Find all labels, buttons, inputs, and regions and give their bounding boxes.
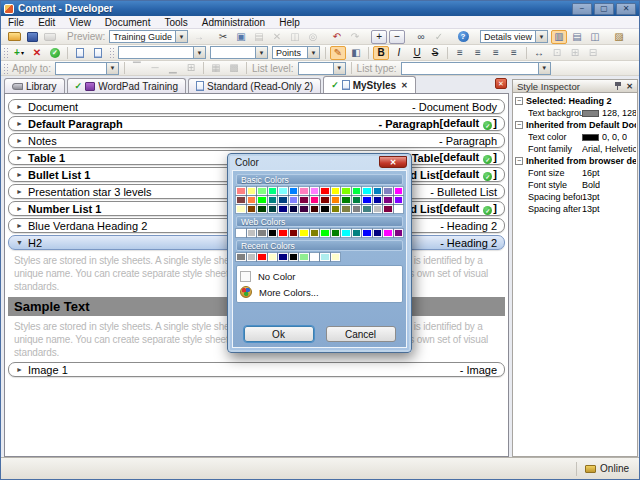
table-grid-button[interactable]: ▦ [208, 61, 224, 75]
toolbar-grip[interactable] [3, 47, 8, 58]
zoom-in-button[interactable]: + [371, 30, 387, 44]
color-swatch[interactable] [278, 205, 288, 213]
cancel-button[interactable]: Cancel [326, 326, 396, 342]
color-swatch[interactable] [331, 187, 341, 195]
expand-arrow-icon[interactable]: ► [16, 188, 28, 195]
color-swatch[interactable] [362, 205, 372, 213]
style-row-image-1[interactable]: ►Image 1- Image [8, 362, 505, 377]
color-swatch[interactable] [289, 253, 299, 261]
color-swatch[interactable] [320, 253, 330, 261]
color-swatch[interactable] [247, 253, 257, 261]
expand-arrow-icon[interactable]: ► [16, 171, 28, 178]
properties-button[interactable]: ▨ [611, 30, 627, 44]
color-swatch[interactable] [278, 229, 288, 237]
chevron-down-icon[interactable]: ▼ [193, 47, 205, 58]
font-size-combo[interactable]: ▼ [210, 46, 268, 59]
color-swatch[interactable] [394, 229, 404, 237]
color-swatch[interactable] [257, 253, 267, 261]
color-swatch[interactable] [268, 196, 278, 204]
color-swatch[interactable] [268, 205, 278, 213]
expand-arrow-icon[interactable]: ► [16, 205, 28, 212]
delete-button[interactable]: ✕ [269, 30, 285, 44]
color-swatch[interactable] [373, 205, 383, 213]
link-button[interactable]: ◫ [287, 30, 303, 44]
color-swatch[interactable] [236, 253, 246, 261]
collapse-arrow-icon[interactable]: ▼ [16, 239, 28, 246]
color-swatch[interactable] [257, 196, 267, 204]
tab-standard-read-only-2-[interactable]: Standard (Read-Only 2) [188, 78, 321, 93]
style-row-notes[interactable]: ►Notes- Paragraph [8, 133, 505, 148]
tab-library[interactable]: Library [4, 78, 65, 93]
collapse-box-icon[interactable]: − [515, 121, 523, 129]
border-button[interactable]: ⊟ [585, 46, 601, 60]
char-spacing-button[interactable]: ↔ [531, 46, 547, 60]
find-button[interactable]: ∞ [413, 30, 429, 44]
color-swatch[interactable] [278, 253, 288, 261]
color-swatch[interactable] [320, 229, 330, 237]
print-button[interactable] [42, 30, 58, 44]
close-panel-icon[interactable]: ✕ [626, 82, 633, 91]
details-view-button[interactable]: ▥ [551, 30, 567, 44]
color-swatch[interactable] [331, 229, 341, 237]
chevron-down-icon[interactable]: ▼ [106, 63, 118, 74]
color-swatch[interactable] [236, 205, 246, 213]
color-swatch[interactable] [299, 187, 309, 195]
new-style-button[interactable] [72, 46, 88, 60]
color-swatch[interactable] [289, 196, 299, 204]
color-swatch[interactable] [268, 229, 278, 237]
dialog-close-button[interactable]: ✕ [379, 156, 407, 168]
color-swatch[interactable] [341, 229, 351, 237]
spellcheck-button[interactable]: ✓ [431, 30, 447, 44]
open-button[interactable] [6, 30, 22, 44]
margin-button[interactable]: ⊞ [567, 46, 583, 60]
preview-combo[interactable]: Training Guide▼ [109, 30, 188, 43]
undo-button[interactable]: ↶ [329, 30, 345, 44]
close-button[interactable]: ✕ [616, 3, 636, 15]
split-view-button[interactable]: ▤ [569, 30, 585, 44]
chevron-down-icon[interactable]: ▼ [255, 47, 267, 58]
strikethrough-button[interactable]: S [427, 46, 443, 60]
menu-tools[interactable]: Tools [157, 16, 194, 28]
list-type-combo[interactable]: ▼ [401, 62, 551, 75]
color-swatch[interactable] [394, 187, 404, 195]
valign-bottom-button[interactable]: ▁ [165, 61, 181, 75]
color-swatch[interactable] [362, 196, 372, 204]
color-swatch[interactable] [299, 253, 309, 261]
more-colors-option[interactable]: More Colors... [240, 284, 399, 300]
padding-button[interactable]: ⊡ [549, 46, 565, 60]
color-swatch[interactable] [320, 205, 330, 213]
side-by-side-view-button[interactable]: ◫ [587, 30, 603, 44]
chevron-down-icon[interactable]: ▼ [538, 63, 550, 74]
inspector-group-header[interactable]: −Inherited from browser defaults [514, 155, 636, 167]
color-swatch[interactable] [299, 229, 309, 237]
copy-style-button[interactable] [90, 46, 106, 60]
color-swatch[interactable] [247, 196, 257, 204]
chevron-down-icon[interactable]: ▼ [175, 31, 187, 42]
chevron-down-icon[interactable]: ▼ [333, 63, 345, 74]
color-swatch[interactable] [362, 229, 372, 237]
color-swatch[interactable] [341, 205, 351, 213]
color-swatch[interactable] [278, 187, 288, 195]
list-level-combo[interactable]: ▼ [298, 62, 346, 75]
color-swatch[interactable] [331, 196, 341, 204]
style-row-default-paragraph[interactable]: ►Default Paragraph- Paragraph [default ✓… [8, 116, 505, 131]
expand-arrow-icon[interactable]: ► [16, 137, 28, 144]
title-bar[interactable]: Content - Developer −▢✕ [1, 1, 639, 16]
color-swatch[interactable] [383, 196, 393, 204]
valign-top-button[interactable]: ▔ [129, 61, 145, 75]
text-color-button[interactable]: ✎ [330, 46, 346, 60]
valign-middle-button[interactable]: ─ [147, 61, 163, 75]
chevron-down-icon[interactable]: ▼ [307, 47, 319, 58]
color-swatch[interactable] [352, 205, 362, 213]
tab-wordpad-training[interactable]: ✓WordPad Training [67, 78, 186, 93]
color-swatch[interactable] [310, 205, 320, 213]
color-swatch[interactable] [310, 253, 320, 261]
expand-arrow-icon[interactable]: ► [16, 366, 28, 373]
zoom-out-button[interactable]: − [389, 30, 405, 44]
menu-help[interactable]: Help [272, 16, 307, 28]
color-swatch[interactable] [257, 205, 267, 213]
color-swatch[interactable] [394, 196, 404, 204]
go-button[interactable]: → [191, 30, 207, 44]
menu-view[interactable]: View [62, 16, 98, 28]
browse-button[interactable]: ◎ [305, 30, 321, 44]
